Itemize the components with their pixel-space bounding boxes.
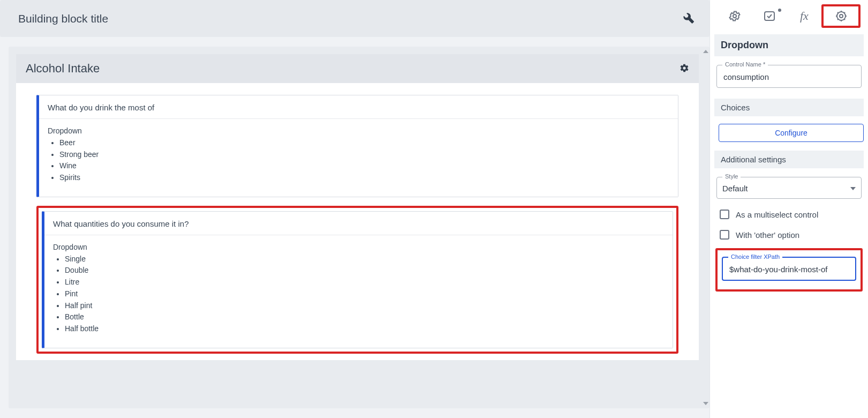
control-name-input[interactable]	[722, 72, 856, 82]
question-type: Dropdown	[48, 126, 669, 135]
xpath-label: Choice filter XPath	[728, 253, 782, 260]
question-options: Single Double Litre Pint Half pint Bottl…	[55, 253, 664, 335]
multiselect-label: As a multiselect control	[736, 210, 818, 219]
section-title: Alcohol Intake	[26, 62, 100, 76]
option-item: Double	[65, 265, 664, 277]
xpath-field[interactable]: Choice filter XPath	[722, 257, 856, 281]
checkbox-icon[interactable]	[720, 230, 729, 240]
titlebar: Building block title	[0, 0, 710, 37]
other-option-label: With 'other' option	[736, 230, 799, 240]
tab-validation[interactable]	[752, 4, 787, 28]
question-card[interactable]: What do you drink the most of Dropdown B…	[36, 95, 678, 197]
control-name-label: Control Name *	[722, 61, 768, 68]
chevron-down-icon	[850, 187, 856, 190]
highlight-frame: Choice filter XPath	[715, 248, 863, 292]
additional-header: Additional settings	[714, 151, 864, 168]
question-title: What quantities do you consume it in?	[44, 212, 673, 235]
section-header: Alcohol Intake	[16, 54, 699, 83]
option-item: Single	[65, 253, 664, 265]
page-title: Building block title	[18, 12, 108, 25]
scroll-up-icon[interactable]	[703, 50, 708, 53]
option-item: Spirits	[59, 172, 669, 184]
xpath-input[interactable]	[728, 264, 850, 274]
option-item: Beer	[59, 137, 669, 149]
svg-point-0	[733, 14, 736, 18]
panel-title: Dropdown	[714, 34, 864, 56]
option-item: Bottle	[65, 311, 664, 323]
configure-button[interactable]: Configure	[719, 124, 864, 142]
scrollbar[interactable]	[703, 50, 708, 405]
tab-formula[interactable]: fx	[787, 4, 822, 28]
sidebar-tabs: fx	[714, 4, 864, 32]
tab-advanced[interactable]	[821, 4, 861, 28]
question-title: What do you drink the most of	[39, 95, 678, 119]
wrench-icon[interactable]	[683, 12, 695, 25]
multiselect-checkbox[interactable]: As a multiselect control	[714, 204, 864, 225]
option-item: Half pint	[65, 300, 664, 312]
option-item: Strong beer	[59, 149, 669, 161]
question-options: Beer Strong beer Wine Spirits	[50, 137, 669, 184]
highlight-frame: What quantities do you consume it in? Dr…	[36, 206, 678, 354]
canvas: Alcohol Intake What do you drink the mos…	[9, 47, 710, 408]
option-item: Wine	[59, 160, 669, 172]
option-item: Pint	[65, 288, 664, 300]
style-value: Default	[722, 184, 850, 193]
svg-rect-1	[765, 12, 774, 20]
section-card: Alcohol Intake What do you drink the mos…	[16, 54, 699, 360]
option-item: Litre	[65, 277, 664, 288]
question-card-selected[interactable]: What quantities do you consume it in? Dr…	[42, 211, 673, 348]
properties-sidebar: fx Dropdown Control Name * Choices Confi…	[710, 0, 868, 418]
other-option-checkbox[interactable]: With 'other' option	[714, 225, 864, 245]
choices-header: Choices	[714, 99, 864, 116]
control-name-field[interactable]: Control Name *	[716, 65, 862, 88]
option-item: Half bottle	[65, 323, 664, 335]
tab-general[interactable]	[718, 4, 752, 28]
svg-point-2	[840, 14, 843, 18]
style-label: Style	[722, 173, 741, 180]
checkbox-icon[interactable]	[720, 210, 729, 219]
fx-icon: fx	[800, 9, 809, 23]
style-select[interactable]: Style Default	[716, 177, 862, 199]
gear-icon[interactable]	[680, 63, 689, 74]
scroll-down-icon[interactable]	[703, 402, 708, 405]
question-type: Dropdown	[53, 243, 664, 251]
